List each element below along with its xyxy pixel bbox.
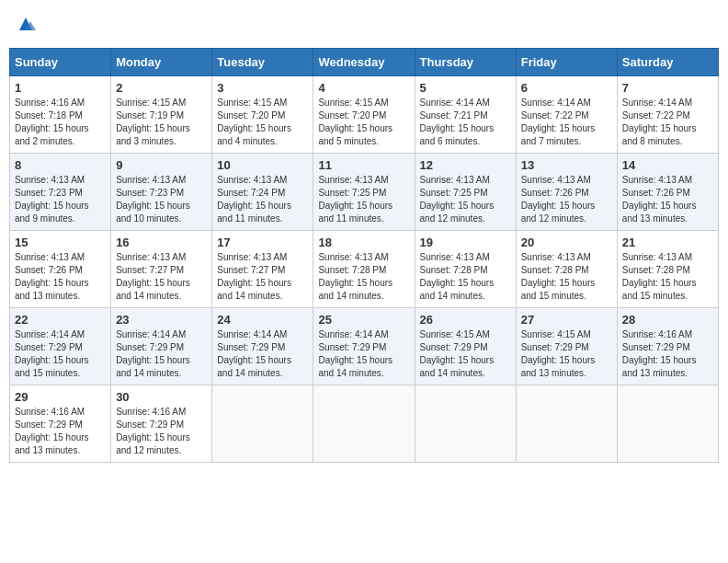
calendar-day-cell: 10 Sunrise: 4:13 AM Sunset: 7:24 PM Dayl… [212, 154, 313, 231]
calendar-day-cell [415, 385, 516, 463]
sunrise-label: Sunrise: 4:13 AM [15, 252, 85, 262]
sunrise-label: Sunrise: 4:13 AM [116, 252, 186, 262]
calendar-day-cell [212, 385, 313, 463]
day-info: Sunrise: 4:14 AM Sunset: 7:21 PM Dayligh… [420, 97, 511, 148]
sunset-label: Sunset: 7:29 PM [318, 342, 386, 352]
sunrise-label: Sunrise: 4:15 AM [521, 329, 591, 339]
calendar-day-cell: 5 Sunrise: 4:14 AM Sunset: 7:21 PM Dayli… [415, 76, 516, 154]
day-info: Sunrise: 4:16 AM Sunset: 7:29 PM Dayligh… [622, 328, 713, 380]
calendar-day-cell: 28 Sunrise: 4:16 AM Sunset: 7:29 PM Dayl… [617, 308, 718, 385]
sunrise-label: Sunrise: 4:13 AM [318, 252, 388, 262]
calendar-table: SundayMondayTuesdayWednesdayThursdayFrid… [9, 48, 719, 463]
daylight-label: Daylight: 15 hours and 5 minutes. [318, 123, 392, 146]
day-number: 16 [116, 236, 207, 249]
daylight-label: Daylight: 15 hours and 13 minutes. [15, 278, 89, 301]
day-number: 2 [116, 81, 207, 95]
sunset-label: Sunset: 7:25 PM [318, 188, 386, 198]
calendar-day-cell: 19 Sunrise: 4:13 AM Sunset: 7:28 PM Dayl… [415, 231, 516, 308]
daylight-label: Daylight: 15 hours and 4 minutes. [217, 123, 291, 146]
calendar-day-cell: 9 Sunrise: 4:13 AM Sunset: 7:23 PM Dayli… [111, 154, 212, 231]
sunset-label: Sunset: 7:26 PM [622, 188, 690, 198]
day-number: 11 [318, 158, 409, 172]
sunset-label: Sunset: 7:29 PM [116, 342, 184, 352]
day-info: Sunrise: 4:15 AM Sunset: 7:20 PM Dayligh… [217, 97, 308, 148]
calendar-day-cell: 2 Sunrise: 4:15 AM Sunset: 7:19 PM Dayli… [111, 76, 212, 154]
day-number: 12 [420, 158, 511, 172]
day-info: Sunrise: 4:13 AM Sunset: 7:26 PM Dayligh… [622, 174, 713, 225]
sunrise-label: Sunrise: 4:15 AM [116, 98, 186, 108]
day-info: Sunrise: 4:13 AM Sunset: 7:27 PM Dayligh… [217, 251, 308, 303]
sunrise-label: Sunrise: 4:14 AM [217, 329, 287, 339]
daylight-label: Daylight: 15 hours and 11 minutes. [217, 201, 291, 224]
day-number: 27 [521, 313, 612, 327]
day-info: Sunrise: 4:14 AM Sunset: 7:22 PM Dayligh… [622, 97, 713, 148]
daylight-label: Daylight: 15 hours and 14 minutes. [116, 355, 190, 378]
daylight-label: Daylight: 15 hours and 14 minutes. [420, 278, 495, 301]
calendar-day-cell: 1 Sunrise: 4:16 AM Sunset: 7:18 PM Dayli… [10, 76, 111, 154]
calendar-day-cell: 7 Sunrise: 4:14 AM Sunset: 7:22 PM Dayli… [617, 76, 718, 154]
calendar-day-cell: 4 Sunrise: 4:15 AM Sunset: 7:20 PM Dayli… [313, 76, 415, 154]
day-number: 20 [521, 236, 612, 249]
daylight-label: Daylight: 15 hours and 15 minutes. [521, 278, 596, 301]
daylight-label: Daylight: 15 hours and 9 minutes. [15, 201, 89, 224]
sunset-label: Sunset: 7:29 PM [420, 342, 488, 352]
daylight-label: Daylight: 15 hours and 14 minutes. [318, 355, 392, 378]
sunrise-label: Sunrise: 4:16 AM [15, 407, 85, 417]
calendar-day-cell: 30 Sunrise: 4:16 AM Sunset: 7:29 PM Dayl… [111, 385, 212, 463]
daylight-label: Daylight: 15 hours and 14 minutes. [217, 355, 291, 378]
calendar-day-cell: 25 Sunrise: 4:14 AM Sunset: 7:29 PM Dayl… [313, 308, 415, 385]
sunrise-label: Sunrise: 4:13 AM [622, 252, 692, 262]
sunset-label: Sunset: 7:18 PM [15, 110, 83, 121]
day-info: Sunrise: 4:13 AM Sunset: 7:28 PM Dayligh… [420, 251, 511, 303]
day-number: 30 [116, 390, 207, 404]
sunrise-label: Sunrise: 4:14 AM [622, 98, 692, 108]
day-number: 24 [217, 313, 308, 327]
calendar-day-cell: 14 Sunrise: 4:13 AM Sunset: 7:26 PM Dayl… [617, 154, 718, 231]
day-number: 6 [521, 81, 612, 95]
sunrise-label: Sunrise: 4:13 AM [521, 175, 591, 185]
sunset-label: Sunset: 7:25 PM [420, 188, 488, 198]
sunrise-label: Sunrise: 4:16 AM [15, 98, 85, 108]
daylight-label: Daylight: 15 hours and 7 minutes. [521, 123, 596, 146]
sunrise-label: Sunrise: 4:16 AM [622, 329, 692, 339]
calendar-week-row: 29 Sunrise: 4:16 AM Sunset: 7:29 PM Dayl… [10, 385, 719, 463]
day-number: 1 [15, 81, 106, 95]
sunrise-label: Sunrise: 4:13 AM [521, 252, 591, 262]
day-number: 23 [116, 313, 207, 327]
day-of-week-header: Tuesday [212, 49, 313, 76]
sunrise-label: Sunrise: 4:13 AM [217, 252, 287, 262]
calendar-day-cell: 20 Sunrise: 4:13 AM Sunset: 7:28 PM Dayl… [516, 231, 617, 308]
day-info: Sunrise: 4:13 AM Sunset: 7:25 PM Dayligh… [318, 174, 409, 225]
day-info: Sunrise: 4:16 AM Sunset: 7:18 PM Dayligh… [15, 97, 106, 148]
day-info: Sunrise: 4:16 AM Sunset: 7:29 PM Dayligh… [15, 406, 106, 457]
sunset-label: Sunset: 7:22 PM [622, 110, 690, 121]
day-info: Sunrise: 4:15 AM Sunset: 7:19 PM Dayligh… [116, 97, 207, 148]
sunrise-label: Sunrise: 4:14 AM [420, 98, 490, 108]
sunrise-label: Sunrise: 4:13 AM [217, 175, 287, 185]
daylight-label: Daylight: 15 hours and 13 minutes. [521, 355, 596, 378]
day-info: Sunrise: 4:13 AM Sunset: 7:23 PM Dayligh… [15, 174, 106, 225]
calendar-day-cell [516, 385, 617, 463]
sunset-label: Sunset: 7:23 PM [15, 188, 83, 198]
day-number: 7 [622, 81, 713, 95]
sunrise-label: Sunrise: 4:13 AM [420, 175, 490, 185]
calendar-day-cell: 22 Sunrise: 4:14 AM Sunset: 7:29 PM Dayl… [10, 308, 111, 385]
calendar-week-row: 8 Sunrise: 4:13 AM Sunset: 7:23 PM Dayli… [10, 154, 719, 231]
day-info: Sunrise: 4:13 AM Sunset: 7:26 PM Dayligh… [521, 174, 612, 225]
daylight-label: Daylight: 15 hours and 11 minutes. [318, 201, 392, 224]
daylight-label: Daylight: 15 hours and 14 minutes. [420, 355, 495, 378]
calendar-day-cell: 3 Sunrise: 4:15 AM Sunset: 7:20 PM Dayli… [212, 76, 313, 154]
calendar-day-cell [313, 385, 415, 463]
day-number: 29 [15, 390, 106, 404]
sunset-label: Sunset: 7:29 PM [521, 342, 589, 352]
daylight-label: Daylight: 15 hours and 15 minutes. [622, 278, 697, 301]
day-number: 25 [318, 313, 409, 327]
day-info: Sunrise: 4:13 AM Sunset: 7:27 PM Dayligh… [116, 251, 207, 303]
sunrise-label: Sunrise: 4:15 AM [420, 329, 490, 339]
calendar-day-cell: 26 Sunrise: 4:15 AM Sunset: 7:29 PM Dayl… [415, 308, 516, 385]
sunset-label: Sunset: 7:24 PM [217, 188, 285, 198]
sunset-label: Sunset: 7:28 PM [318, 265, 386, 275]
day-info: Sunrise: 4:14 AM Sunset: 7:29 PM Dayligh… [116, 328, 207, 380]
sunrise-label: Sunrise: 4:13 AM [622, 175, 692, 185]
sunset-label: Sunset: 7:19 PM [116, 110, 184, 121]
